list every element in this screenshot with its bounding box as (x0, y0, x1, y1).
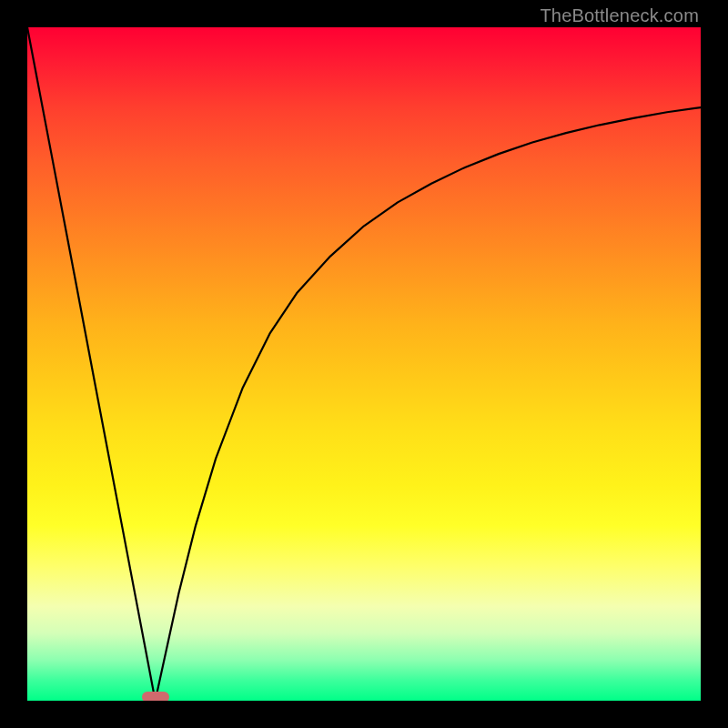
watermark-text: TheBottleneck.com (540, 5, 699, 26)
bottleneck-curve (27, 27, 701, 701)
curve-svg (27, 27, 701, 701)
bottleneck-region-marker (142, 692, 169, 701)
chart-frame: TheBottleneck.com (0, 0, 728, 728)
plot-area (27, 27, 701, 701)
